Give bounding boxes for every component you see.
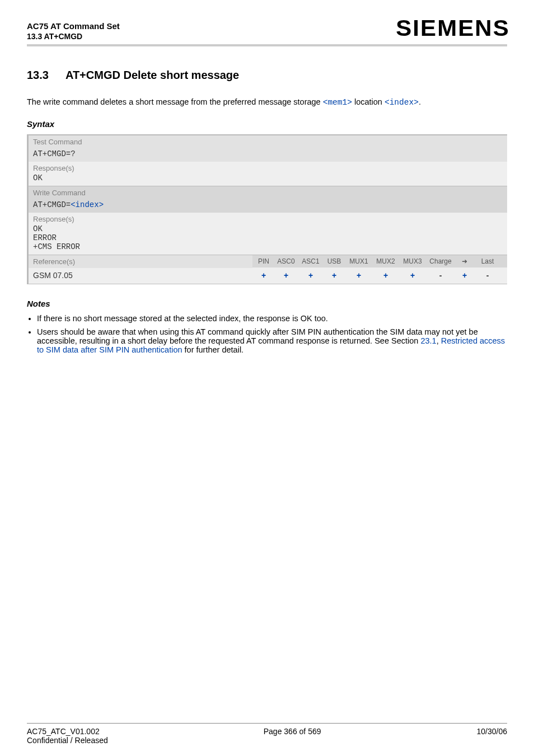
brand-logo: SIEMENS: [396, 16, 510, 41]
doc-subtitle: 13.3 AT+CMGD: [27, 32, 120, 41]
intro-paragraph: The write command deletes a short messag…: [27, 97, 507, 107]
doc-title-block: AC75 AT Command Set 13.3 AT+CMGD: [27, 21, 120, 41]
footer-doc-version: AC75_ATC_V01.002: [27, 727, 108, 736]
cap-header-pin: PIN: [254, 257, 274, 265]
cap-value-mux2: +: [372, 271, 399, 280]
note-2-text-b: for further detail.: [182, 345, 244, 354]
cap-value-usb: +: [323, 271, 345, 280]
index-link[interactable]: <index>: [385, 98, 419, 107]
syntax-heading: Syntax: [27, 119, 507, 129]
intro-suffix: .: [419, 97, 421, 106]
test-command-panel: Test Command AT+CMGD=? Response(s) OK: [27, 135, 507, 186]
doc-title: AC75 AT Command Set: [27, 21, 120, 32]
test-command-value: AT+CMGD=?: [27, 148, 507, 162]
page-footer: AC75_ATC_V01.002 Confidential / Released…: [27, 723, 507, 745]
note-2-mid: ,: [437, 336, 441, 345]
note-2-text-a: Users should be aware that when using th…: [37, 327, 478, 345]
section-23-1-link[interactable]: 23.1: [420, 336, 436, 345]
cap-header-mux3: MUX3: [399, 257, 426, 265]
write-response-block: Response(s) OK ERROR +CMS ERROR: [27, 213, 507, 255]
capability-matrix: PIN ASC0 ASC1 USB MUX1 MUX2 MUX3 Charge …: [252, 255, 507, 284]
cap-value-asc0: +: [274, 271, 298, 280]
write-command-panel: Write Command AT+CMGD=<index> Response(s…: [27, 186, 507, 255]
write-response-line-2: ERROR: [33, 233, 503, 242]
intro-middle: location: [352, 97, 385, 106]
mem1-link[interactable]: <mem1>: [323, 98, 352, 107]
cap-header-usb: USB: [323, 257, 345, 265]
cap-header-last: Last: [474, 257, 501, 265]
cap-value-mux1: +: [345, 271, 372, 280]
section-title: AT+CMGD Delete short message: [65, 69, 239, 82]
cap-header-mux1: MUX1: [345, 257, 372, 265]
intro-prefix: The write command deletes a short messag…: [27, 97, 323, 106]
capability-header-row: PIN ASC0 ASC1 USB MUX1 MUX2 MUX3 Charge …: [252, 255, 507, 267]
cap-header-mux2: MUX2: [372, 257, 399, 265]
test-response-value: OK: [33, 173, 503, 182]
reference-left: Reference(s) GSM 07.05: [29, 255, 252, 284]
footer-left: AC75_ATC_V01.002 Confidential / Released: [27, 727, 108, 745]
page-header: AC75 AT Command Set 13.3 AT+CMGD SIEMENS: [27, 16, 507, 46]
test-command-label: Test Command: [27, 135, 507, 148]
reference-panel: Reference(s) GSM 07.05 PIN ASC0 ASC1 USB…: [27, 255, 507, 284]
footer-confidentiality: Confidential / Released: [27, 736, 108, 745]
note-item-1: If there is no short message stored at t…: [37, 314, 507, 323]
cap-value-charge: -: [426, 271, 455, 280]
section-heading: 13.3 AT+CMGD Delete short message: [27, 69, 507, 82]
cap-value-asc1: +: [298, 271, 323, 280]
cap-value-last: -: [474, 271, 501, 280]
capability-value-row: + + + + + + + - + -: [252, 267, 507, 284]
write-cmd-prefix: AT+CMGD=: [33, 200, 71, 209]
cap-value-air: +: [455, 271, 474, 280]
cap-value-mux3: +: [399, 271, 426, 280]
footer-page-number: Page 366 of 569: [264, 727, 321, 745]
cap-value-pin: +: [254, 271, 274, 280]
note-1-text: If there is no short message stored at t…: [37, 314, 328, 323]
write-command-label: Write Command: [27, 186, 507, 199]
cap-header-charge: Charge: [426, 257, 455, 265]
airplane-icon: ➜: [455, 257, 474, 265]
notes-list: If there is no short message stored at t…: [27, 314, 507, 354]
write-command-value: AT+CMGD=<index>: [27, 199, 507, 213]
write-cmd-index-link[interactable]: <index>: [71, 200, 104, 209]
write-response-line-3: +CMS ERROR: [33, 242, 503, 251]
write-response-line-1: OK: [33, 224, 503, 233]
cap-header-asc0: ASC0: [274, 257, 298, 265]
syntax-block: Test Command AT+CMGD=? Response(s) OK Wr…: [27, 134, 507, 284]
reference-value: GSM 07.05: [29, 268, 252, 284]
test-response-block: Response(s) OK: [27, 162, 507, 186]
notes-heading: Notes: [27, 299, 507, 308]
write-response-label: Response(s): [33, 215, 503, 223]
section-number: 13.3: [27, 69, 49, 82]
cap-header-asc1: ASC1: [298, 257, 323, 265]
footer-date: 10/30/06: [477, 727, 508, 745]
test-response-label: Response(s): [33, 164, 503, 172]
note-item-2: Users should be aware that when using th…: [37, 327, 507, 354]
reference-label: Reference(s): [29, 255, 252, 268]
